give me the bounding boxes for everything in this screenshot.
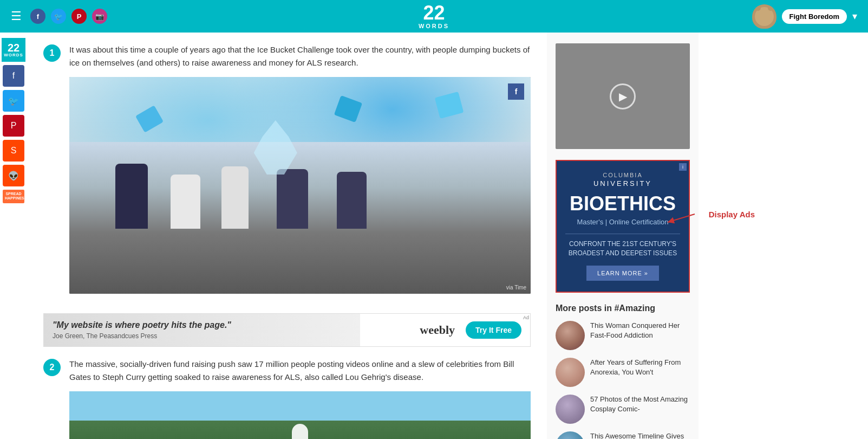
article-item-1: 1 It was about this time a couple of yea… bbox=[43, 43, 531, 302]
weebly-logo: weebly bbox=[420, 323, 455, 337]
more-post-item-2[interactable]: After Years of Suffering From Anorexia, … bbox=[556, 358, 690, 387]
item-text-1: It was about this time a couple of years… bbox=[69, 43, 531, 69]
display-ad[interactable]: i COLUMBIA UNIVERSITY BIOETHICS Master's… bbox=[556, 160, 690, 293]
main-container: 22 WORDS f 🐦 P S 👽 SPREAD HAPPINESS 1 It… bbox=[0, 33, 868, 439]
item-number-2: 2 bbox=[43, 359, 61, 376]
sidebar-brand[interactable]: 22 WORDS bbox=[2, 38, 25, 62]
spread-happiness-button[interactable]: SPREAD HAPPINESS bbox=[3, 190, 24, 203]
more-post-item-1[interactable]: This Woman Conquered Her Fast-Food Addic… bbox=[556, 321, 690, 350]
ad-columbia-label: COLUMBIA bbox=[565, 172, 680, 178]
post-thumb-3 bbox=[556, 395, 585, 424]
pinterest-header-icon[interactable]: P bbox=[71, 9, 87, 24]
facebook-share-button[interactable]: f bbox=[3, 65, 24, 87]
item-text-2: The massive, socially-driven fund raisin… bbox=[69, 358, 531, 384]
more-post-item-3[interactable]: 57 Photos of the Most Amazing Cosplay Co… bbox=[556, 395, 690, 424]
article-item-2: 2 The massive, socially-driven fund rais… bbox=[43, 358, 531, 439]
annotation-container: i COLUMBIA UNIVERSITY BIOETHICS Master's… bbox=[556, 160, 690, 293]
play-button-icon[interactable]: ▶ bbox=[610, 83, 636, 109]
facebook-badge: f bbox=[508, 83, 524, 100]
ice-bucket-image: f via Time bbox=[69, 77, 531, 294]
site-header: ☰ f 🐦 P 📷 22 WORDS Fight Boredom ▾ bbox=[0, 0, 868, 33]
facebook-header-icon[interactable]: f bbox=[30, 9, 45, 24]
fight-boredom-button[interactable]: Fight Boredom bbox=[782, 9, 847, 24]
item-content-2: The massive, socially-driven fund raisin… bbox=[69, 358, 531, 439]
right-sidebar: ▶ i COLUMBIA UNIVERSITY BIOETHICS Master… bbox=[547, 33, 699, 439]
more-post-item-4[interactable]: This Awesome Timeline Gives Up the Chron… bbox=[556, 431, 690, 439]
post-thumb-2 bbox=[556, 358, 585, 387]
site-logo[interactable]: 22 WORDS bbox=[419, 3, 449, 29]
ad-university-name: UNIVERSITY bbox=[565, 179, 680, 188]
header-left: ☰ f 🐦 P 📷 bbox=[11, 9, 107, 24]
hamburger-menu-icon[interactable]: ☰ bbox=[11, 9, 22, 23]
ice-bucket-scene: f via Time bbox=[69, 77, 531, 294]
header-right: Fight Boredom ▾ bbox=[752, 4, 857, 29]
stumbleupon-share-button[interactable]: S bbox=[3, 140, 24, 162]
ad-divider bbox=[565, 234, 680, 234]
ad-learn-more-button[interactable]: LEARN MORE » bbox=[586, 266, 659, 281]
post-title-4: This Awesome Timeline Gives Up the Chron… bbox=[590, 431, 690, 439]
pinterest-share-button[interactable]: P bbox=[3, 115, 24, 137]
ad-banner[interactable]: Ad "My website is where poetry hits the … bbox=[43, 313, 531, 347]
try-free-button[interactable]: Try It Free bbox=[466, 321, 521, 339]
more-posts-title: More posts in #Amazing bbox=[556, 304, 690, 313]
header-social-icons: f 🐦 P 📷 bbox=[30, 9, 107, 24]
article-image-2 bbox=[69, 391, 531, 439]
twitter-share-button[interactable]: 🐦 bbox=[3, 90, 24, 112]
post-thumb-1 bbox=[556, 321, 585, 350]
ad-text-section: "My website is where poetry hits the pag… bbox=[53, 320, 409, 340]
post-title-1: This Woman Conquered Her Fast-Food Addic… bbox=[590, 321, 690, 340]
display-ads-arrow-icon bbox=[662, 203, 706, 225]
instagram-header-icon[interactable]: 📷 bbox=[92, 9, 107, 24]
ad-attribution: Joe Green, The Peasandcues Press bbox=[53, 332, 409, 340]
ad-info-icon[interactable]: i bbox=[679, 163, 687, 171]
post-title-2: After Years of Suffering From Anorexia, … bbox=[590, 358, 690, 377]
item-content-1: It was about this time a couple of years… bbox=[69, 43, 531, 302]
display-ads-annotation: Display Ads bbox=[662, 203, 755, 225]
ad-label: Ad bbox=[523, 315, 529, 320]
logo-number: 22 bbox=[423, 3, 445, 23]
sidebar-brand-word: WORDS bbox=[4, 53, 23, 57]
post-thumb-4 bbox=[556, 431, 585, 439]
bear-icon bbox=[752, 4, 776, 29]
twitter-header-icon[interactable]: 🐦 bbox=[51, 9, 66, 24]
reddit-share-button[interactable]: 👽 bbox=[3, 165, 24, 186]
item-number-1: 1 bbox=[43, 44, 61, 62]
post-title-3: 57 Photos of the Most Amazing Cosplay Co… bbox=[590, 395, 690, 414]
ad-quote: "My website is where poetry hits the pag… bbox=[53, 320, 409, 330]
left-sidebar: 22 WORDS f 🐦 P S 👽 SPREAD HAPPINESS bbox=[0, 33, 27, 439]
display-ads-text: Display Ads bbox=[709, 210, 755, 219]
more-posts-section: More posts in #Amazing This Woman Conque… bbox=[556, 304, 690, 439]
sidebar-brand-number: 22 bbox=[8, 42, 19, 53]
header-chevron-icon[interactable]: ▾ bbox=[852, 10, 857, 22]
logo-words: WORDS bbox=[419, 23, 449, 29]
ad-tagline: CONFRONT THE 21ST CENTURY'S BROADEST AND… bbox=[565, 240, 680, 258]
image-source-credit: via Time bbox=[506, 285, 526, 290]
video-placeholder[interactable]: ▶ bbox=[556, 43, 690, 149]
content-area: 1 It was about this time a couple of yea… bbox=[27, 33, 547, 439]
